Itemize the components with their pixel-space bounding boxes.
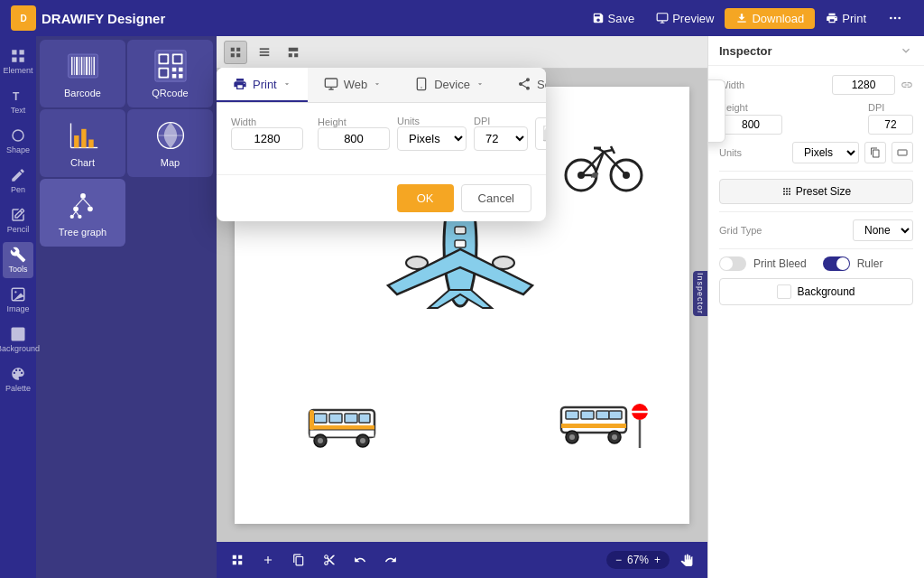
- zoom-minus-btn[interactable]: −: [615, 554, 622, 566]
- svg-rect-33: [171, 74, 176, 79]
- export-tab-print[interactable]: Print: [217, 68, 308, 102]
- add-btn[interactable]: [226, 548, 249, 572]
- export-ok-button[interactable]: OK: [397, 184, 454, 212]
- sidebar-item-image[interactable]: Image: [3, 282, 33, 318]
- list-view-btn[interactable]: [253, 41, 276, 64]
- export-units-select[interactable]: Pixels Inches: [397, 126, 467, 151]
- tools-panel: Barcode QRcode: [36, 36, 217, 578]
- dropdown-animation[interactable]: Animation: [707, 111, 725, 142]
- svg-point-75: [493, 256, 514, 269]
- svg-rect-59: [289, 53, 292, 57]
- dpi-input[interactable]: [868, 115, 913, 135]
- logo-icon: D: [11, 5, 36, 31]
- svg-rect-38: [81, 128, 86, 147]
- undo-btn[interactable]: [348, 548, 372, 572]
- svg-point-2: [894, 17, 897, 20]
- image-animation-dropdown: Image Animation: [707, 79, 725, 143]
- svg-point-11: [14, 291, 16, 293]
- print-button[interactable]: Print: [815, 8, 877, 29]
- dropdown-image[interactable]: Image: [707, 80, 725, 111]
- export-cancel-button[interactable]: Cancel: [461, 184, 531, 212]
- svg-rect-5: [20, 50, 24, 54]
- export-height-input[interactable]: [318, 127, 390, 150]
- top-tools-bar: [217, 36, 707, 69]
- sidebar-item-element[interactable]: Element: [3, 43, 33, 79]
- hand-tool-btn[interactable]: [675, 548, 698, 572]
- sidebar-item-text[interactable]: T Text: [3, 83, 33, 119]
- inspector-collapse-tab[interactable]: Inspector: [693, 271, 707, 316]
- svg-rect-16: [76, 56, 78, 74]
- export-dialog: Print Web Device Social Width Hei: [217, 68, 546, 221]
- more-button[interactable]: [877, 7, 913, 29]
- tool-map[interactable]: Map: [127, 109, 213, 177]
- preset-size-btn[interactable]: Preset Size: [719, 179, 913, 204]
- svg-line-84: [604, 150, 613, 152]
- sidebar-item-shape[interactable]: Shape: [3, 123, 33, 159]
- file-copy-btn[interactable]: ⬜: [535, 117, 546, 150]
- svg-rect-12: [12, 328, 25, 341]
- background-btn[interactable]: Background: [719, 278, 913, 305]
- svg-rect-115: [233, 555, 236, 559]
- svg-point-74: [406, 256, 428, 269]
- svg-rect-51: [231, 47, 235, 51]
- export-dpi-select[interactable]: 72 96 150 300: [474, 126, 528, 151]
- sidebar-item-pencil[interactable]: Pencil: [3, 202, 33, 238]
- link-icon[interactable]: [901, 79, 913, 91]
- svg-line-81: [604, 152, 626, 175]
- grid-type-select[interactable]: None Lines Dots: [853, 219, 913, 241]
- cut-btn[interactable]: [318, 548, 341, 572]
- zoom-plus-btn[interactable]: +: [654, 554, 661, 566]
- sidebar-item-pen[interactable]: Pen: [3, 163, 33, 199]
- height-input[interactable]: [719, 115, 782, 135]
- page-copy-btn[interactable]: [864, 142, 886, 163]
- export-body: Width Height Units Pixels Inches DPI 72 …: [217, 103, 546, 174]
- svg-rect-34: [179, 74, 183, 79]
- inspector-section: Width Height DPI Units Pixels Inch: [708, 66, 924, 314]
- copy-btn[interactable]: [287, 548, 310, 572]
- background-label: Background: [797, 285, 855, 298]
- save-button[interactable]: Save: [581, 8, 646, 29]
- sidebar-item-background[interactable]: Background: [3, 322, 33, 358]
- units-select[interactable]: Pixels Inches cm: [792, 142, 859, 163]
- svg-point-42: [80, 193, 86, 199]
- tool-chart[interactable]: Chart: [40, 109, 125, 177]
- tool-tree-graph[interactable]: Tree graph: [40, 179, 125, 247]
- export-height-label: Height: [318, 117, 390, 127]
- svg-rect-19: [83, 56, 84, 74]
- tool-barcode[interactable]: Barcode: [40, 40, 125, 107]
- export-tab-device[interactable]: Device: [398, 68, 501, 102]
- zoom-value: 67%: [627, 554, 649, 566]
- landscape-btn[interactable]: [892, 142, 913, 163]
- svg-rect-39: [88, 139, 93, 147]
- export-tab-web[interactable]: Web: [308, 68, 399, 102]
- tool-qrcode[interactable]: QRcode: [127, 40, 213, 107]
- svg-point-98: [318, 438, 323, 443]
- svg-point-45: [73, 206, 79, 211]
- svg-rect-21: [88, 56, 89, 74]
- preview-button[interactable]: Preview: [645, 8, 725, 29]
- export-tab-social[interactable]: Social: [501, 68, 546, 102]
- grid-view-btn[interactable]: [224, 41, 247, 64]
- bottom-bar: − 67% +: [217, 542, 707, 578]
- preview-label: Preview: [672, 12, 714, 25]
- layout-view-btn[interactable]: [282, 41, 305, 64]
- width-input[interactable]: [832, 75, 895, 95]
- svg-point-3: [898, 17, 901, 20]
- svg-line-44: [83, 198, 90, 206]
- download-button[interactable]: Download: [725, 8, 815, 29]
- download-label: Download: [752, 12, 804, 25]
- svg-rect-122: [325, 79, 337, 87]
- svg-rect-6: [12, 58, 16, 62]
- svg-point-111: [612, 434, 617, 440]
- collapse-icon[interactable]: [899, 43, 913, 58]
- export-tabs: Print Web Device Social: [217, 68, 546, 103]
- sidebar-item-palette[interactable]: Palette: [3, 361, 33, 397]
- redo-btn[interactable]: [379, 548, 402, 572]
- preset-size-label: Preset Size: [796, 185, 851, 198]
- add-element-btn[interactable]: [256, 548, 280, 572]
- sidebar-item-tools[interactable]: Tools: [3, 242, 33, 278]
- ruler-toggle[interactable]: [823, 256, 850, 271]
- svg-rect-31: [171, 67, 176, 71]
- export-width-input[interactable]: [231, 127, 303, 150]
- print-bleed-toggle[interactable]: [719, 256, 746, 271]
